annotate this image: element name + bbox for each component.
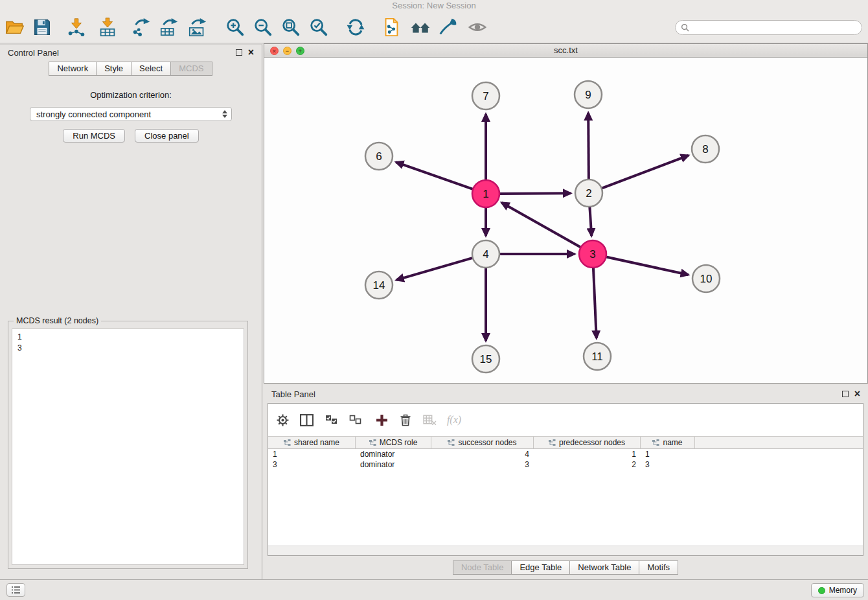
graph-node-4[interactable]: 4 <box>472 240 499 268</box>
tab-mcds[interactable]: MCDS <box>170 62 212 76</box>
show-panel-button[interactable] <box>6 583 25 597</box>
close-table-panel-icon[interactable]: × <box>854 391 860 397</box>
graph-node-14[interactable]: 14 <box>365 271 393 299</box>
graph-node-3[interactable]: 3 <box>579 240 606 268</box>
network-canvas-container[interactable]: 7968124314101511 <box>264 58 867 383</box>
stepper-up-icon <box>222 110 227 113</box>
graph-node-8[interactable]: 8 <box>692 135 719 163</box>
network-window-titlebar[interactable]: × − + scc.txt <box>264 44 867 58</box>
column-header-predecessor-nodes[interactable]: predecessor nodes <box>534 437 641 448</box>
zoom-fit-button[interactable] <box>279 16 303 39</box>
tab-select[interactable]: Select <box>131 62 171 76</box>
graph-node-11[interactable]: 11 <box>584 343 611 370</box>
import-table-button[interactable] <box>96 16 119 39</box>
control-panel: Control Panel × NetworkStyleSelectMCDS O… <box>0 44 262 579</box>
graph-edge-3-1[interactable] <box>501 203 582 248</box>
zoom-in-icon <box>225 17 246 38</box>
zoom-selected-icon <box>308 17 329 38</box>
search-input[interactable] <box>692 23 856 32</box>
tab-node-table[interactable]: Node Table <box>453 560 512 575</box>
table-toolbar: f(x) <box>268 404 863 436</box>
table-horizontal-scrollbar[interactable] <box>268 546 863 555</box>
tab-network[interactable]: Network <box>49 62 97 76</box>
import-network-button[interactable] <box>65 16 88 39</box>
mcds-result-list[interactable]: 13 <box>12 329 244 565</box>
graph-edge-3-11[interactable] <box>593 266 597 338</box>
svg-text:10: 10 <box>700 273 713 285</box>
column-header-shared-name[interactable]: shared name <box>268 437 356 448</box>
export-image-button[interactable] <box>186 16 209 39</box>
tab-style[interactable]: Style <box>96 62 131 76</box>
table-panel: Table Panel × <box>264 386 868 579</box>
gear-icon <box>276 413 290 427</box>
float-table-panel-icon[interactable] <box>842 391 849 397</box>
graph-edge-4-14[interactable] <box>396 257 474 280</box>
delete-table-button[interactable] <box>421 411 438 428</box>
function-builder-button[interactable]: f(x) <box>446 411 463 428</box>
table-row[interactable]: 1dominator411 <box>268 449 863 459</box>
graph-node-10[interactable]: 10 <box>692 265 720 292</box>
zoom-out-icon <box>253 17 273 38</box>
deselect-all-button[interactable] <box>347 411 364 428</box>
delete-row-button[interactable] <box>397 411 414 428</box>
show-hide-button[interactable] <box>466 16 489 39</box>
export-table-button[interactable] <box>157 16 181 39</box>
export-table-icon <box>159 17 179 38</box>
zoom-window-icon[interactable]: + <box>296 47 304 55</box>
column-header-MCDS-role[interactable]: MCDS role <box>356 437 431 448</box>
zoom-selected-button[interactable] <box>307 16 330 39</box>
graph-node-7[interactable]: 7 <box>472 82 499 110</box>
float-panel-icon[interactable] <box>236 49 242 56</box>
tab-motifs[interactable]: Motifs <box>639 560 678 575</box>
table-cell: dominator <box>356 449 431 459</box>
tab-network-table[interactable]: Network Table <box>569 560 639 575</box>
home-button[interactable] <box>409 16 432 39</box>
graph-edge-2-9[interactable] <box>588 113 589 181</box>
zoom-in-button[interactable] <box>223 16 247 39</box>
table-cell: 4 <box>431 449 534 459</box>
memory-button[interactable]: Memory <box>811 583 864 597</box>
graph-node-6[interactable]: 6 <box>365 143 393 170</box>
export-network-button[interactable] <box>130 16 153 39</box>
graph-node-15[interactable]: 15 <box>472 345 499 373</box>
open-folder-icon <box>5 17 25 38</box>
apply-style-button[interactable] <box>437 16 460 39</box>
graph-node-1[interactable]: 1 <box>472 180 499 207</box>
column-header-successor-nodes[interactable]: successor nodes <box>431 437 534 448</box>
first-neighbors-icon <box>381 17 402 38</box>
graph-edge-2-3[interactable] <box>589 205 591 236</box>
minimize-window-icon[interactable]: − <box>283 47 291 55</box>
refresh-button[interactable] <box>344 16 367 39</box>
open-file-button[interactable] <box>3 16 27 39</box>
columns-icon <box>300 414 314 426</box>
graph-edge-1-2[interactable] <box>498 193 571 194</box>
import-network-icon <box>66 17 87 38</box>
column-header-label: name <box>663 438 682 447</box>
graph-node-9[interactable]: 9 <box>575 81 602 108</box>
graph-edge-1-6[interactable] <box>396 162 474 189</box>
close-panel-icon[interactable]: × <box>248 49 254 56</box>
show-columns-button[interactable] <box>298 411 315 428</box>
optimization-select[interactable]: strongly connected component <box>30 107 232 121</box>
table-cell: 2 <box>534 459 641 470</box>
run-mcds-button[interactable]: Run MCDS <box>63 129 125 143</box>
mcds-buttons-row: Run MCDS Close panel <box>0 129 262 143</box>
search-field[interactable] <box>675 20 862 35</box>
graph-edge-2-8[interactable] <box>600 156 689 189</box>
table-header-row: shared nameMCDS rolesuccessor nodesprede… <box>268 436 863 449</box>
first-neighbors-button[interactable] <box>380 16 403 39</box>
graph-edge-3-10[interactable] <box>605 257 689 275</box>
close-window-icon[interactable]: × <box>270 47 279 55</box>
zoom-out-button[interactable] <box>251 16 275 39</box>
column-header-name[interactable]: name <box>641 437 695 448</box>
table-row[interactable]: 3dominator323 <box>268 459 863 470</box>
graph-node-2[interactable]: 2 <box>575 179 602 207</box>
table-settings-button[interactable] <box>274 411 291 428</box>
close-panel-button[interactable]: Close panel <box>135 129 199 143</box>
tab-edge-table[interactable]: Edge Table <box>511 560 570 575</box>
select-all-button[interactable] <box>323 411 340 428</box>
network-canvas[interactable]: 7968124314101511 <box>264 58 867 384</box>
add-row-button[interactable] <box>373 411 390 428</box>
home-icon <box>410 17 431 38</box>
save-session-button[interactable] <box>30 16 54 39</box>
